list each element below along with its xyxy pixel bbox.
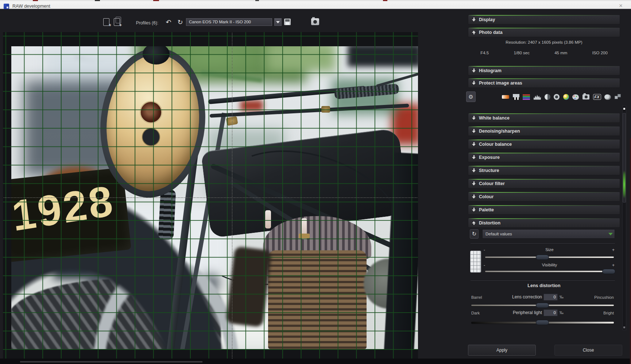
lens-correction-input[interactable]: 0: [543, 294, 558, 301]
chevron-up-icon: [472, 221, 476, 225]
panel-label: Protect image areas: [479, 81, 522, 86]
colour-balance-icon[interactable]: [523, 94, 530, 100]
size-slider[interactable]: [485, 257, 614, 258]
denoise-icon[interactable]: [513, 94, 519, 100]
divider: [471, 281, 615, 281]
chevron-down-icon: [472, 168, 476, 172]
profiles-label: Profiles (6):: [123, 20, 158, 26]
gear-icon[interactable]: ⚙: [466, 91, 476, 102]
dark-label: Dark: [471, 311, 480, 315]
size-label: Size: [485, 247, 614, 252]
reset-preset-icon[interactable]: ↻: [470, 229, 479, 239]
panel-header-photo-data[interactable]: Photo data: [468, 27, 620, 37]
distortion-preset-select[interactable]: Default values: [482, 229, 615, 239]
white-balance-icon[interactable]: [502, 95, 509, 99]
add-profiles-button[interactable]: [114, 18, 120, 26]
chevron-down-icon: [472, 116, 476, 120]
bright-label: Bright: [590, 311, 614, 315]
profile-select[interactable]: Canon EOS 7D Mark II - ISO 200: [186, 18, 272, 26]
chevron-down-icon: [472, 69, 476, 73]
panel-header-denoising-sharpen[interactable]: Denoising/sharpen: [468, 126, 620, 136]
structure-icon[interactable]: [545, 94, 550, 100]
window-title: RAW development: [12, 4, 50, 9]
resolution-text: Resolution: 2407 x 1605 pixels (3.86 MP): [468, 40, 620, 44]
exposure-icon[interactable]: [534, 94, 541, 100]
undo-icon[interactable]: ↶: [164, 18, 173, 27]
chevron-down-icon: [472, 155, 476, 159]
add-profile-button[interactable]: [103, 18, 109, 26]
fx-icon[interactable]: FX: [593, 94, 601, 100]
apply-button[interactable]: Apply: [468, 345, 536, 356]
size-plus-label[interactable]: +: [612, 247, 615, 253]
scrollbar-up-icon[interactable]: [623, 108, 625, 110]
close-icon[interactable]: ×: [616, 3, 626, 9]
cubes-3d-icon[interactable]: [615, 94, 622, 100]
camera-icon[interactable]: [311, 18, 319, 25]
iso-value: ISO 200: [592, 51, 608, 55]
panel-label: Photo data: [479, 30, 503, 35]
palette-icon[interactable]: [572, 94, 579, 100]
panel-label: Colour balance: [479, 142, 512, 147]
peripheral-light-label: Peripheral light: [496, 310, 542, 315]
peripheral-light-slider-handle[interactable]: [536, 320, 549, 325]
panel-label: Distortion: [479, 220, 500, 226]
visibility-plus-label[interactable]: +: [612, 263, 615, 268]
chevron-down-icon: [472, 208, 476, 212]
lens-correction-slider-handle[interactable]: [536, 303, 549, 308]
pincushion-label: Pincushion: [588, 295, 614, 300]
panel-label: Exposure: [479, 155, 500, 160]
chevron-down-icon: [472, 81, 476, 85]
app-icon: [4, 4, 9, 9]
close-button[interactable]: Close: [554, 345, 622, 356]
brain-icon[interactable]: [604, 94, 611, 100]
panel-header-colour[interactable]: Colour: [468, 192, 620, 201]
grid-preview-icon: [470, 251, 481, 273]
colour-filter-icon[interactable]: [554, 94, 560, 100]
shutter-value: 1/80 sec: [514, 51, 529, 55]
panel-header-colour-balance[interactable]: Colour balance: [468, 139, 620, 149]
chevron-down-icon: [472, 142, 476, 146]
size-slider-handle[interactable]: [536, 255, 549, 260]
barrel-label: Barrel: [471, 295, 482, 300]
preview-canvas[interactable]: 1928: [3, 32, 418, 359]
panel-header-protect-image-areas[interactable]: Protect image areas: [468, 78, 620, 88]
background-window-bottom-sliver: [20, 361, 202, 363]
panel-header-palette[interactable]: Palette: [468, 205, 620, 215]
panel-label: Denoising/sharpen: [479, 129, 520, 134]
visibility-slider-handle[interactable]: [602, 269, 615, 274]
exif-values-row: F4.5 1/80 sec 45 mm ISO 200: [468, 51, 620, 55]
scrollbar-thumb[interactable]: [623, 113, 626, 203]
panel-header-exposure[interactable]: Exposure: [468, 152, 620, 162]
visibility-label: Visibility: [485, 263, 614, 267]
panel-label: Structure: [479, 168, 499, 173]
panel-header-display[interactable]: Display: [468, 15, 620, 24]
panel-header-white-balance[interactable]: White balance: [468, 113, 620, 123]
panel-header-histogram[interactable]: Histogram: [468, 66, 620, 75]
guide-line-horizontal[interactable]: [3, 197, 418, 198]
colour-icon[interactable]: [563, 94, 569, 100]
panel-header-colour-filter[interactable]: Colour filter: [468, 179, 620, 188]
panel-label: Colour filter: [479, 181, 505, 186]
visibility-slider[interactable]: [485, 271, 614, 272]
panel-label: Palette: [479, 207, 494, 212]
title-bar[interactable]: RAW development ×: [0, 1, 631, 9]
focal-length-value: 45 mm: [554, 51, 567, 55]
divider: [471, 243, 615, 244]
panel-header-structure[interactable]: Structure: [468, 165, 620, 175]
panel-header-distortion[interactable]: Distortion: [468, 218, 620, 228]
lens-correction-unit: ‰: [560, 295, 564, 299]
peripheral-light-input[interactable]: 0: [543, 309, 558, 316]
chevron-down-icon: [472, 181, 476, 185]
preset-dropdown-arrow-icon[interactable]: [607, 230, 615, 238]
save-profile-icon[interactable]: [284, 19, 291, 25]
redo-icon[interactable]: ↻: [176, 18, 185, 27]
lens-correction-label: Lens correction: [500, 294, 542, 300]
profile-select-arrow-icon[interactable]: [274, 18, 282, 26]
panel-toggle-icon-row: FX: [502, 92, 622, 102]
guide-line-vertical[interactable]: [232, 32, 232, 359]
panel-label: Display: [479, 17, 495, 22]
panel-label: Histogram: [479, 68, 502, 73]
scrollbar-down-icon[interactable]: [623, 326, 625, 328]
lens-distortion-title: Lens distortion: [468, 283, 620, 288]
camera-panel-icon[interactable]: [582, 94, 589, 99]
